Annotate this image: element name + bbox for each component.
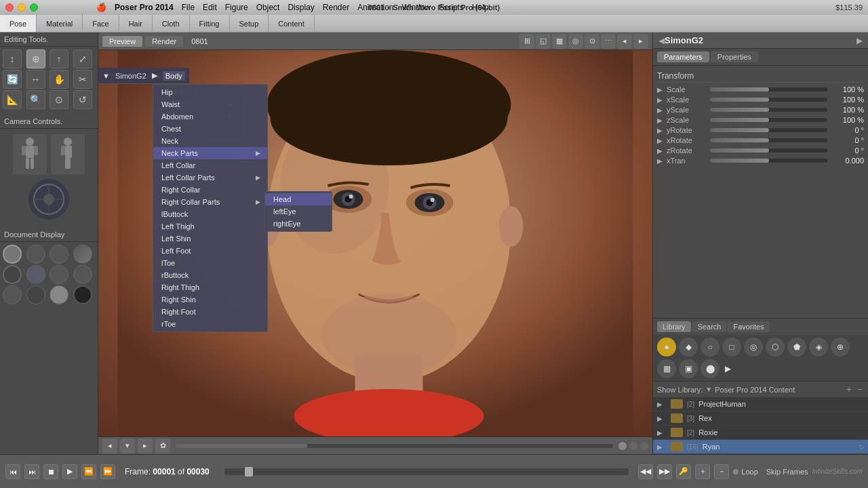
vp-icon-7[interactable]: ◂ [617, 34, 632, 49]
tool-scale[interactable]: ⤢ [73, 49, 92, 68]
transport-key[interactable]: 🔑 [676, 464, 691, 479]
yrotate-expand[interactable]: ▶ [657, 127, 664, 134]
viewport-tab-preview[interactable]: Preview [102, 36, 142, 47]
vp-bottom-icon-2[interactable]: ▾ [120, 439, 135, 453]
xscale-slider[interactable] [710, 98, 827, 102]
tab-parameters[interactable]: Parameters [657, 52, 709, 62]
menu-item-lbuttock[interactable]: lButtock [153, 208, 267, 220]
vp-bottom-icon-4[interactable]: ✿ [155, 439, 170, 453]
doc-btn-9[interactable] [3, 285, 22, 304]
doc-btn-3[interactable] [50, 245, 68, 264]
tab-cloth[interactable]: Cloth [153, 15, 190, 32]
doc-btn-2[interactable] [26, 245, 45, 264]
vp-icon-4[interactable]: ◎ [568, 34, 583, 49]
menu-item-rbuttock[interactable]: rButtock [153, 269, 267, 281]
vp-icon-3[interactable]: ▦ [552, 34, 567, 49]
tool-cut[interactable]: ✂ [73, 70, 92, 89]
menu-edit[interactable]: Edit [203, 3, 217, 12]
tab-properties[interactable]: Properties [711, 52, 758, 62]
tab-hair[interactable]: Hair [119, 15, 153, 32]
vp-icon-2[interactable]: ◱ [536, 34, 551, 49]
lib-icon-9[interactable]: ⊕ [831, 338, 850, 357]
minimize-button[interactable] [18, 3, 26, 12]
doc-btn-5[interactable] [3, 265, 22, 284]
zrotate-slider[interactable] [710, 148, 827, 152]
yscale-expand[interactable]: ▶ [657, 106, 664, 114]
lib-item-roxie[interactable]: ▶ [2] Roxie [653, 426, 868, 440]
lib-icon-12[interactable]: ⬤ [701, 359, 719, 378]
menu-item-neck[interactable]: Neck [153, 135, 267, 147]
lib-tab-favorites[interactable]: Favorites [728, 321, 769, 332]
doc-btn-6[interactable] [26, 265, 45, 284]
menu-item-rtoe[interactable]: rToe [153, 318, 267, 330]
transport-add-key[interactable]: ＋ [695, 464, 710, 479]
expand-ryan-icon[interactable]: ▶ [657, 443, 667, 451]
xscale-expand[interactable]: ▶ [657, 96, 664, 104]
tab-setup[interactable]: Setup [230, 15, 269, 32]
menu-item-right-foot[interactable]: Right Foot [153, 306, 267, 318]
tool-zoom[interactable]: 🔍 [26, 90, 45, 109]
zscale-expand[interactable]: ▶ [657, 117, 664, 124]
vp-icon-8[interactable]: ▸ [633, 34, 648, 49]
trackball[interactable] [28, 179, 69, 220]
right-collapse-icon[interactable]: ▶ [856, 36, 863, 45]
tool-rotate[interactable]: ⊕ [26, 49, 45, 68]
zscale-slider[interactable] [710, 118, 827, 122]
lib-item-ryan[interactable]: ▶ [16] Ryan ↻ [653, 440, 868, 454]
xtran-expand[interactable]: ▶ [657, 157, 664, 165]
transport-stop[interactable]: ⏹ [43, 464, 58, 479]
lib-icon-4[interactable]: □ [722, 338, 741, 357]
menu-item-left-collar[interactable]: Left Collar [153, 159, 267, 171]
lib-icon-10[interactable]: ▦ [657, 359, 676, 378]
timeline-thumb[interactable] [245, 467, 253, 476]
menu-item-neck-parts[interactable]: Neck Parts ▶ [153, 147, 267, 159]
menu-item-head[interactable]: Head [265, 193, 332, 205]
doc-btn-8[interactable] [73, 265, 92, 284]
menu-render[interactable]: Render [323, 3, 349, 12]
menu-display[interactable]: Display [288, 3, 314, 12]
doc-btn-12[interactable] [73, 285, 92, 304]
lib-icon-8[interactable]: ◈ [809, 338, 828, 357]
scale-expand[interactable]: ▶ [657, 86, 664, 94]
lib-icon-11[interactable]: ▣ [679, 359, 698, 378]
zoom-button[interactable] [30, 3, 38, 12]
menu-item-abdomen[interactable]: Abdomen [153, 110, 267, 123]
tab-face[interactable]: Face [83, 15, 119, 32]
menu-item-left-collar-parts[interactable]: Left Collar Parts ▶ [153, 171, 267, 184]
menu-item-ltoe[interactable]: lToe [153, 257, 267, 269]
tool-focus[interactable]: ⊙ [50, 90, 68, 109]
zrotate-expand[interactable]: ▶ [657, 147, 664, 155]
doc-btn-10[interactable] [26, 285, 45, 304]
doc-btn-1[interactable] [3, 245, 22, 264]
vp-bottom-icon-3[interactable]: ▸ [138, 439, 153, 453]
vp-icon-5[interactable]: ⊙ [585, 34, 599, 49]
lib-item-rex[interactable]: ▶ [3] Rex [653, 411, 868, 426]
transport-forward[interactable]: ⏩ [100, 464, 115, 479]
menu-item-right-eye[interactable]: rightEye [265, 218, 332, 230]
menu-item-left-thigh[interactable]: Left Thigh [153, 220, 267, 232]
menu-item-right-collar[interactable]: Right Collar [153, 184, 267, 196]
transport-remove-key[interactable]: － [714, 464, 729, 479]
doc-btn-4[interactable] [73, 245, 92, 264]
transport-rewind[interactable]: ⏮ [5, 464, 20, 479]
transport-prev-frame[interactable]: ◀◀ [638, 464, 653, 479]
expand-roxie-icon[interactable]: ▶ [657, 429, 667, 436]
transport-next-frame[interactable]: ▶▶ [657, 464, 672, 479]
tool-measure[interactable]: 📐 [3, 90, 22, 109]
vp-icon-6[interactable]: ⋯ [601, 34, 616, 49]
xrotate-expand[interactable]: ▶ [657, 137, 664, 144]
lib-icon-7[interactable]: ⬟ [787, 338, 806, 357]
tool-move[interactable]: ↔ [26, 70, 45, 89]
tool-translate[interactable]: ↕ [3, 49, 22, 68]
menu-figure[interactable]: Figure [225, 3, 248, 12]
menu-item-right-thigh[interactable]: Right Thigh [153, 281, 267, 293]
viewport-tab-render[interactable]: Render [145, 36, 183, 47]
tab-pose[interactable]: Pose [0, 15, 37, 32]
lib-tab-search[interactable]: Search [692, 321, 727, 332]
menu-item-hip[interactable]: Hip [153, 86, 267, 98]
tab-content[interactable]: Content [269, 15, 315, 32]
yrotate-slider[interactable] [710, 128, 827, 132]
lib-icon-5[interactable]: ◎ [744, 338, 763, 357]
menu-item-left-eye[interactable]: leftEye [265, 205, 332, 218]
tool-up[interactable]: ↑ [50, 49, 68, 68]
